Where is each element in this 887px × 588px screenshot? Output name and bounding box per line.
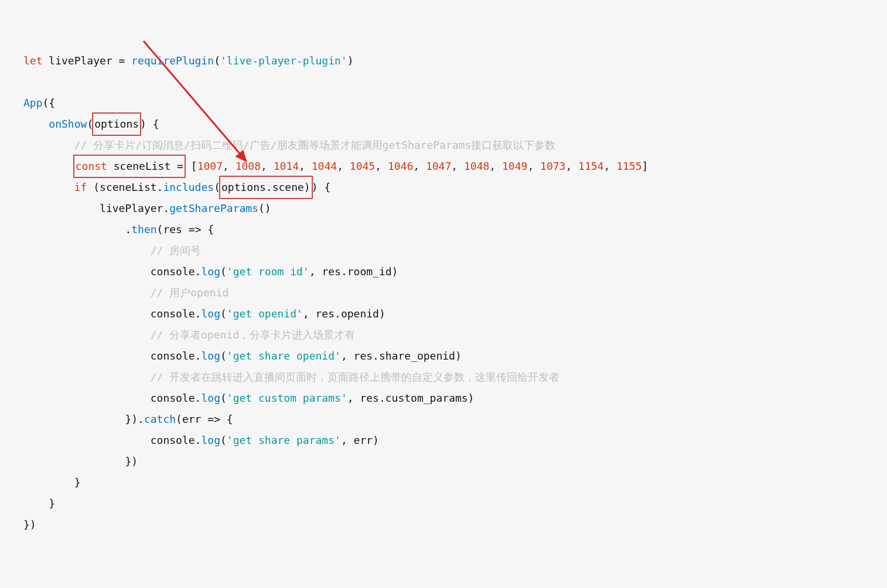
fn-App: App (23, 97, 43, 109)
code-snippet: let livePlayer = requirePlugin('live-pla… (0, 0, 887, 580)
id-res: res (163, 223, 182, 235)
comment-share-openid: // 分享者openid，分享卡片进入场景才有 (151, 329, 356, 341)
options-scene-highlight: options.scene) (219, 176, 313, 199)
indent (23, 181, 74, 193)
fn-requirePlugin: requirePlugin (125, 54, 214, 67)
num: 1155 (616, 160, 642, 172)
indent (23, 160, 74, 172)
str: 'get openid' (227, 307, 303, 320)
sp (185, 160, 191, 172)
text: console. (151, 307, 202, 320)
close-App: }) (23, 518, 36, 531)
str: 'get custom params' (227, 392, 347, 404)
fn-log: log (201, 392, 220, 404)
text: livePlayer. (100, 202, 169, 214)
indent (23, 139, 74, 151)
comma: , (527, 160, 540, 172)
comment-room-id: // 房间号 (151, 244, 202, 257)
id-err: err (182, 413, 202, 425)
fn-log: log (201, 265, 220, 278)
paren: ( (220, 350, 227, 362)
indent (23, 265, 151, 278)
paren: ( (157, 223, 163, 235)
fn-catch: catch (144, 413, 176, 425)
text: , err) (341, 434, 379, 446)
bracket: [ (191, 160, 197, 172)
close-if: } (74, 476, 81, 488)
id-options-scene: options.scene) (221, 181, 311, 193)
id-options: options (94, 118, 139, 130)
num: 1014 (274, 160, 299, 172)
str: 'get share params' (227, 434, 341, 446)
text: console. (151, 265, 202, 278)
kw-const: const (76, 160, 107, 172)
comma: , (451, 160, 464, 172)
str-plugin-name: 'live-player-plugin' (220, 54, 347, 67)
kw-if: if (74, 181, 87, 193)
comma: , (489, 160, 502, 172)
fn-log: log (201, 350, 220, 362)
comma: , (337, 160, 350, 172)
fn-getShareParams: getShareParams (169, 202, 258, 214)
comma: , (261, 160, 274, 172)
kw-let: let (23, 54, 43, 67)
fn-onShow: onShow (49, 118, 87, 130)
indent (23, 392, 151, 404)
indent (23, 244, 151, 257)
indent (23, 476, 74, 488)
brace: ({ (43, 97, 56, 109)
num: 1154 (578, 160, 603, 172)
comma: , (603, 160, 616, 172)
text: console. (151, 392, 202, 404)
num: 1049 (502, 160, 527, 172)
op-eq: = (119, 54, 125, 67)
indent (23, 329, 151, 341)
paren: ( (176, 413, 182, 425)
paren: ( (220, 307, 227, 320)
close-onShow: } (49, 497, 55, 510)
str: 'get room id' (227, 265, 309, 278)
indent (23, 286, 151, 299)
text: , res.share_openid) (341, 350, 462, 362)
text: console. (151, 350, 202, 362)
parens: () (258, 202, 271, 214)
paren-brace: ) { (140, 118, 159, 130)
comma: , (375, 160, 388, 172)
comment-custom-params: // 开发者在跳转进入直播间页面时，页面路径上携带的自定义参数，这里传回给开发者 (151, 371, 560, 383)
num: 1073 (540, 160, 565, 172)
paren-brace: ) { (312, 181, 331, 193)
indent (23, 455, 125, 467)
id-sceneList: sceneList (107, 160, 177, 172)
indent (23, 371, 151, 383)
indent (23, 223, 125, 235)
str: 'get share openid' (227, 350, 341, 362)
num: 1007 (197, 160, 223, 172)
comma: , (299, 160, 312, 172)
indent (23, 413, 125, 425)
bracket: ] (642, 160, 649, 172)
arrow-brace: => { (201, 413, 233, 425)
paren: ( (220, 392, 227, 404)
fn-log: log (201, 434, 220, 446)
indent (23, 497, 49, 510)
num: 1046 (388, 160, 413, 172)
num: 1047 (426, 160, 451, 172)
paren: ( (220, 434, 227, 446)
comma: , (223, 160, 236, 172)
text: , res.room_id) (309, 265, 398, 278)
indent (23, 350, 151, 362)
options-parameter-highlight: options (92, 112, 141, 136)
paren: ( (220, 265, 227, 278)
text: console. (151, 434, 202, 446)
comma: , (565, 160, 578, 172)
comma: , (413, 160, 426, 172)
comment-openid: // 用户openid (151, 286, 229, 299)
indent (23, 202, 100, 214)
text: (sceneList. (87, 181, 163, 193)
close-catch: }) (125, 455, 138, 467)
num: 1044 (312, 160, 337, 172)
fn-log: log (201, 307, 220, 320)
op-eq: = (177, 160, 183, 172)
comment-share-scenes: // 分享卡片/订阅消息/扫码二维码/广告/朋友圈等场景才能调用getShare… (74, 139, 556, 151)
indent (23, 118, 49, 130)
